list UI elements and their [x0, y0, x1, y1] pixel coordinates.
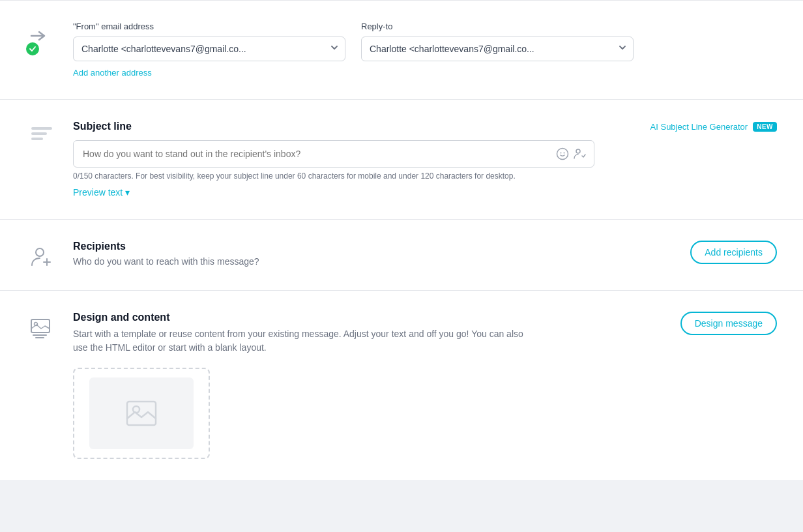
- subject-title-row: Subject line AI Subject Line Generator N…: [73, 121, 777, 132]
- personalize-icon[interactable]: [573, 147, 586, 160]
- recipients-header: Recipients Who do you want to reach with…: [73, 241, 777, 267]
- from-section: "From" email address Charlotte <charlott…: [0, 0, 803, 99]
- line-icon-3: [31, 138, 43, 140]
- subject-input-wrapper: [73, 140, 594, 168]
- template-card-inner: [89, 377, 194, 449]
- design-title: Design and content: [73, 312, 529, 323]
- from-section-icon: [26, 22, 57, 55]
- new-badge: NEW: [753, 122, 777, 132]
- subject-title-text: Subject line: [73, 121, 132, 132]
- ai-generator-wrapper[interactable]: AI Subject Line Generator NEW: [650, 122, 777, 132]
- subject-input[interactable]: [74, 141, 556, 167]
- subject-input-icons: [556, 147, 594, 160]
- reply-select[interactable]: Charlotte <charlottevevans7@gmail.co...: [361, 37, 634, 61]
- design-content-icon: [28, 314, 55, 342]
- preview-text-arrow: ▾: [125, 187, 130, 198]
- subject-body: Subject line AI Subject Line Generator N…: [73, 121, 777, 198]
- template-preview-area: [73, 368, 777, 459]
- recipients-body: Recipients Who do you want to reach with…: [73, 241, 777, 267]
- ai-generator-link[interactable]: AI Subject Line Generator: [650, 122, 748, 132]
- recipients-title: Recipients: [73, 241, 259, 252]
- design-header: Design and content Start with a template…: [73, 312, 777, 355]
- svg-point-4: [36, 248, 44, 256]
- line-icon-2: [31, 132, 47, 135]
- design-section-icon: [26, 312, 57, 342]
- add-user-icon: [29, 243, 55, 269]
- reply-select-wrapper: Charlotte <charlottevevans7@gmail.co...: [361, 37, 634, 61]
- svg-point-1: [561, 153, 562, 154]
- lines-icon: [31, 123, 52, 140]
- page-wrapper: "From" email address Charlotte <charlott…: [0, 0, 803, 532]
- subject-section: Subject line AI Subject Line Generator N…: [0, 99, 803, 219]
- reply-to-label: Reply-to: [361, 22, 634, 31]
- emoji-icon[interactable]: [556, 147, 569, 160]
- recipients-description: Who do you want to reach with this messa…: [73, 256, 259, 267]
- char-hint: 0/150 characters. For best visibility, k…: [73, 171, 777, 181]
- check-icon: [29, 45, 36, 53]
- reply-to-field-group: Reply-to Charlotte <charlottevevans7@gma…: [361, 22, 634, 61]
- design-description: Start with a template or reuse content f…: [73, 327, 529, 355]
- preview-text-toggle[interactable]: Preview text ▾: [73, 187, 130, 198]
- from-icon-wrapper: [26, 24, 57, 55]
- from-reply-grid: "From" email address Charlotte <charlott…: [73, 22, 634, 61]
- recipients-section: Recipients Who do you want to reach with…: [0, 219, 803, 290]
- svg-point-0: [557, 149, 568, 160]
- from-field-group: "From" email address Charlotte <charlott…: [73, 22, 345, 61]
- add-address-link[interactable]: Add another address: [73, 68, 152, 78]
- design-title-group: Design and content Start with a template…: [73, 312, 529, 355]
- design-message-button[interactable]: Design message: [680, 312, 777, 335]
- recipients-title-group: Recipients Who do you want to reach with…: [73, 241, 259, 267]
- from-body: "From" email address Charlotte <charlott…: [73, 22, 777, 78]
- design-body: Design and content Start with a template…: [73, 312, 777, 459]
- svg-point-8: [133, 406, 139, 413]
- template-card[interactable]: [73, 368, 210, 459]
- subject-section-icon: [26, 121, 57, 140]
- svg-point-2: [564, 153, 565, 154]
- svg-point-3: [576, 149, 580, 153]
- add-recipients-button[interactable]: Add recipients: [690, 241, 777, 264]
- line-icon-1: [31, 127, 52, 130]
- preview-text-label: Preview text: [73, 187, 123, 198]
- content-area: "From" email address Charlotte <charlott…: [0, 0, 803, 532]
- completed-badge: [26, 42, 39, 55]
- from-select[interactable]: Charlotte <charlottevevans7@gmail.co...: [73, 37, 345, 61]
- recipients-section-icon: [26, 241, 57, 269]
- from-label: "From" email address: [73, 22, 345, 31]
- image-placeholder-icon: [122, 394, 161, 433]
- from-select-wrapper: Charlotte <charlottevevans7@gmail.co...: [73, 37, 345, 61]
- design-section: Design and content Start with a template…: [0, 290, 803, 480]
- svg-rect-7: [127, 402, 156, 425]
